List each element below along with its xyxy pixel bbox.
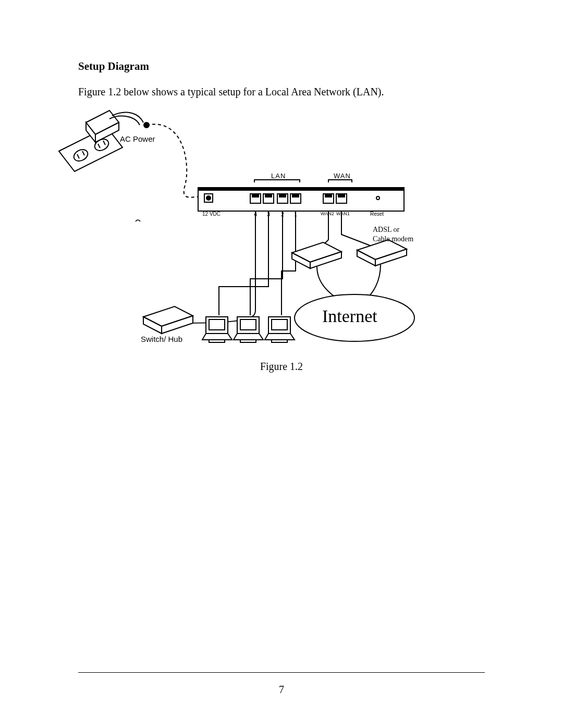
port-12vdc-label: 12 VDC [202, 211, 221, 217]
ac-power-label: AC Power [120, 134, 155, 143]
svg-rect-21 [325, 194, 332, 197]
port-1-label: 1 [294, 211, 297, 217]
switch-hub-icon [143, 306, 193, 334]
internet-label: Internet [322, 306, 377, 326]
port-3-label: 3 [267, 211, 270, 217]
port-4-label: 4 [254, 211, 257, 217]
pc-icon [265, 317, 295, 342]
modem-note-label: ADSL or Cable modem [373, 225, 413, 243]
port-wan1-label: WAN1 [336, 211, 350, 216]
svg-rect-15 [252, 194, 259, 197]
svg-point-10 [206, 196, 211, 200]
page-number: 7 [0, 684, 563, 696]
lan-cables [182, 211, 296, 323]
switch-hub-label: Switch/ Hub [141, 335, 182, 343]
port-wan2-label: WAN2 [321, 211, 334, 216]
svg-rect-33 [240, 340, 256, 342]
wan-bracket-label: WAN [334, 172, 351, 180]
svg-rect-8 [198, 188, 404, 190]
footer-rule [78, 672, 485, 673]
svg-rect-16 [265, 194, 272, 197]
lan-bracket-label: LAN [271, 172, 286, 180]
page: Setup Diagram Figure 1.2 below shows a t… [0, 0, 563, 728]
section-heading: Setup Diagram [78, 60, 495, 73]
svg-rect-17 [279, 194, 286, 197]
svg-rect-30 [209, 340, 225, 342]
svg-rect-35 [272, 319, 287, 330]
setup-diagram: AC Power LAN WAN 12 VDC 4 3 2 1 WAN2 WAN… [57, 104, 438, 354]
port-2-label: 2 [281, 211, 284, 217]
router-icon [198, 180, 404, 211]
body-text: Setup Diagram Figure 1.2 below shows a t… [78, 60, 495, 99]
pc-icon [234, 317, 263, 342]
svg-rect-36 [272, 340, 287, 342]
svg-rect-18 [292, 194, 299, 197]
pc-icon [202, 317, 232, 342]
intro-paragraph: Figure 1.2 below shows a typical setup f… [78, 84, 495, 99]
port-reset-label: Reset [370, 211, 384, 217]
svg-rect-29 [209, 319, 225, 330]
svg-rect-22 [338, 194, 345, 197]
modem-icon [292, 242, 341, 268]
figure-caption: Figure 1.2 [0, 361, 563, 373]
svg-rect-32 [240, 319, 256, 330]
